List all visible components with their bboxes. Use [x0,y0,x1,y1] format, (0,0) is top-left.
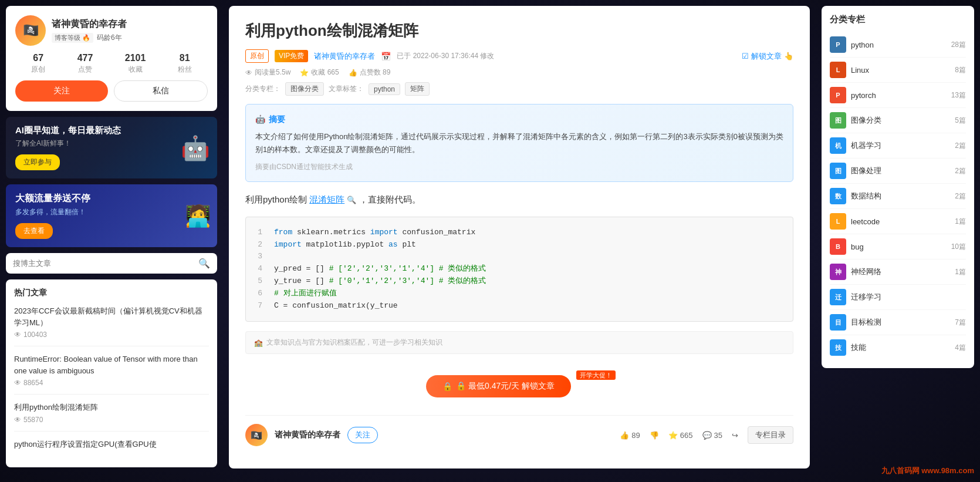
search-inline-icon: 🔍 [347,196,356,204]
category-name: python [851,41,947,49]
unlock-tag: 开学大促！ [576,370,616,380]
tag-python[interactable]: python [369,83,400,95]
original-tag: 原创 [245,49,269,63]
category-count: 5篇 [955,116,966,126]
ai-banner-subtitle: 了解全AI新鲜事！ [15,139,208,149]
profile-meta: 博客等级 🔥 码龄6年 [52,33,208,43]
line-num-4: 4 [255,263,262,275]
footer-comment[interactable]: 💬 35 [702,431,722,440]
article-meta-row: 原创 VIP免费 诸神黄昏的幸存者 📅 已于 2022-06-30 17:36:… [245,49,793,63]
categories-list: Ppython28篇LLinux8篇Ppytorch13篇图图像分类5篇机机器学… [830,32,966,360]
article-footer: 🏴‍☠️ 诸神黄昏的幸存者 关注 👍 89 👎 ⭐ 665 [245,415,793,454]
profile-info: 诸神黄昏的幸存者 博客等级 🔥 码龄6年 [52,18,208,43]
traffic-banner: 大额流量券送不停 多发多得，流量翻倍！ 去查看 🧑‍💻 [6,184,217,247]
hot-article-title-2[interactable]: RuntimeError: Boolean value of Tensor wi… [14,353,209,376]
stats-row: 67 原创 477 点赞 2101 收藏 81 粉丝 [15,53,208,75]
category-count: 2篇 [955,141,966,151]
category-count: 7篇 [955,318,966,328]
calendar-icon: 📅 [381,52,391,61]
body-text-1: 利用python绘制 [245,194,307,204]
category-item[interactable]: 机机器学习2篇 [830,133,966,159]
hot-article-meta-3: 👁 55870 [14,416,209,424]
footer-collection[interactable]: ⭐ 665 [668,431,693,440]
search-button[interactable]: 🔍 [198,258,210,269]
action-buttons: 关注 私信 [15,80,208,102]
footer-dislike[interactable]: 👎 [650,431,659,440]
category-item[interactable]: Ppython28篇 [830,32,966,58]
category-item[interactable]: 图图像处理2篇 [830,159,966,184]
unlock-price-button[interactable]: 🔒 🔒 最低0.47元/天 解锁文章 [426,375,571,397]
hot-article-title-3[interactable]: 利用python绘制混淆矩阵 [14,402,209,413]
code-line-4: 4 y_pred = [] # ['2','2','3','1','4'] # … [255,263,783,275]
hot-article-meta-1: 👁 100403 [14,331,209,339]
category-icon: 机 [830,137,846,154]
blog-level-text: 博客等级 [55,33,80,42]
ai-banner: AI圈早知道，每日最新动态 了解全AI新鲜事！ 立即参与 🤖 [6,117,217,178]
category-item[interactable]: 技技能4篇 [830,335,966,360]
code-line-5: 5 y_true = [] # ['0','1','2','3','4'] # … [255,275,783,288]
code-content-5: y_true = [] # ['0','1','2','3','4'] # 类似… [274,275,486,288]
list-item: RuntimeError: Boolean value of Tensor wi… [14,353,209,395]
knowledge-icon: 🏫 [254,339,263,347]
ai-banner-button[interactable]: 立即参与 [15,154,60,170]
line-num-7: 7 [255,300,262,312]
unlock-button[interactable]: ☑ 解锁文章 👆 [742,51,793,62]
category-name: 图像处理 [851,166,950,176]
article-date: 已于 2022-06-30 17:36:44 修改 [397,51,494,61]
category-item[interactable]: 神神经网络1篇 [830,259,966,285]
category-item[interactable]: LLinux8篇 [830,58,966,83]
article-body: 利用python绘制 混淆矩阵 🔍 ，直接附代码。 [245,191,793,207]
search-input[interactable] [13,259,194,268]
knowledge-text: 文章知识点与官方知识档案匹配，可进一步学习相关知识 [266,338,442,348]
category-item[interactable]: 目目标检测7篇 [830,310,966,335]
tag-matrix[interactable]: 矩阵 [405,82,430,96]
lock-icon: 🔒 [442,382,452,391]
article-container: 利用python绘制混淆矩阵 原创 VIP免费 诸神黄昏的幸存者 📅 已于 20… [229,6,810,468]
collections-label: 收藏 [125,65,146,75]
traffic-banner-button[interactable]: 去查看 [15,223,53,239]
code-line-6: 6 # 对上面进行赋值 [255,288,783,300]
hot-article-title-4[interactable]: python运行程序设置指定GPU(查看GPU使 [14,439,209,450]
original-label: 原创 [31,65,45,75]
category-item[interactable]: 图图像分类5篇 [830,108,966,133]
follow-button[interactable]: 关注 [15,80,108,102]
hot-article-title-1[interactable]: 2023年CCF会议最新截稿时间（偏计算机视觉CV和机器学习ML） [14,305,209,328]
category-item[interactable]: 迁迁移学习 [830,285,966,310]
category-item[interactable]: 数数据结构2篇 [830,184,966,209]
footer-share[interactable]: ↪ [732,431,738,440]
body-link[interactable]: 混淆矩阵 [309,194,344,204]
category-item[interactable]: Ppytorch13篇 [830,83,966,108]
traffic-person-icon: 🧑‍💻 [185,204,211,228]
code-line-2: 2 import matplotlib.pyplot as plt [255,239,783,251]
list-item: 2023年CCF会议最新截稿时间（偏计算机视觉CV和机器学习ML） 👁 1004… [14,305,209,346]
line-num-2: 2 [255,239,262,251]
code-block: 1 from sklearn.metrics import confusion_… [245,217,793,322]
article-author[interactable]: 诸神黄昏的幸存者 [314,51,375,62]
fire-icon: 🔥 [82,34,90,42]
category-name: Linux [851,66,950,75]
category-count: 1篇 [955,217,966,227]
category-item[interactable]: Bbug10篇 [830,234,966,259]
share-icon: ↪ [732,431,738,440]
category-item[interactable]: Lleetcode1篇 [830,209,966,234]
category-section-label: 分类专栏： [245,84,281,94]
thumb-up-icon: 👍 [620,431,629,440]
hot-article-views-3: 55870 [23,416,43,424]
hot-articles-card: 热门文章 2023年CCF会议最新截稿时间（偏计算机视觉CV和机器学习ML） 👁… [6,279,217,467]
message-button[interactable]: 私信 [114,80,208,102]
article-title: 利用python绘制混淆矩阵 [245,20,793,41]
profile-header: 🏴‍☠️ 诸神黄昏的幸存者 博客等级 🔥 码龄6年 [15,15,208,46]
line-num-6: 6 [255,288,262,300]
footer-likes-count: 89 [631,431,640,440]
footer-collections-count: 665 [680,431,693,440]
author-avatar-small: 🏴‍☠️ [245,424,268,446]
summary-header: 🤖 摘要 [255,113,783,127]
catalog-button[interactable]: 专栏目录 [748,426,793,444]
category-count: 1篇 [955,267,966,277]
category-count: 10篇 [951,242,966,252]
footer-follow-button[interactable]: 关注 [347,427,378,443]
footer-like[interactable]: 👍 89 [620,431,640,440]
category-tag[interactable]: 图像分类 [285,82,324,96]
footer-actions: 👍 89 👎 ⭐ 665 💬 35 ↪ [620,426,793,444]
cursor-icon: 👆 [784,52,793,60]
